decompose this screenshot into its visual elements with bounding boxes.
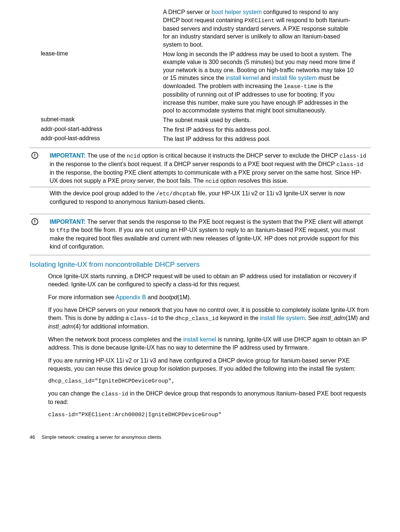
important-icon bbox=[30, 218, 50, 251]
important-label: IMPORTANT: bbox=[50, 152, 86, 159]
link-install-file-system[interactable]: install file system bbox=[260, 315, 305, 321]
code-pxeclient: PXEClient bbox=[244, 18, 274, 24]
svg-rect-4 bbox=[34, 220, 35, 222]
paragraph: With the device pool group added to the … bbox=[30, 187, 370, 210]
important-icon bbox=[30, 152, 50, 185]
important-callout: IMPORTANT: The use of the ncid option is… bbox=[30, 148, 370, 186]
link-boot-helper[interactable]: boot helper system bbox=[211, 9, 261, 15]
svg-rect-1 bbox=[34, 154, 35, 156]
paragraph: you can change the class-id in the DHCP … bbox=[48, 390, 370, 406]
important-text: IMPORTANT: The use of the ncid option is… bbox=[50, 152, 370, 185]
code-block: dhcp_class_id="IgniteDHCPDeviceGroup", bbox=[48, 377, 370, 385]
link-install-kernel[interactable]: install kernel bbox=[183, 336, 216, 343]
definition-row: addr-pool-start-address The first IP add… bbox=[30, 125, 370, 135]
definition-desc: The last IP address for this address poo… bbox=[163, 134, 370, 144]
link-install-kernel[interactable]: install kernel bbox=[226, 75, 259, 81]
link-appendix-b[interactable]: Appendix B bbox=[116, 294, 146, 300]
definition-term: addr-pool-start-address bbox=[30, 125, 163, 135]
section-heading: Isolating Ignite-UX from noncontrollable… bbox=[30, 260, 370, 269]
definition-row: addr-pool-last-address The last IP addre… bbox=[30, 134, 370, 144]
paragraph: When the network boot process completes … bbox=[48, 336, 370, 352]
important-label: IMPORTANT: bbox=[50, 219, 86, 225]
code-block: class-id="PXEClient:Arch00002|IgniteDHCP… bbox=[48, 411, 370, 419]
definition-term: subnet-mask bbox=[30, 115, 163, 125]
definition-list: A DHCP server or boot helper system conf… bbox=[30, 7, 370, 144]
paragraph: For more information see Appendix B and … bbox=[48, 293, 370, 302]
body-text: Once Ignite-UX starts running, a DHCP re… bbox=[30, 272, 370, 419]
definition-desc: The subnet mask used by clients. bbox=[163, 115, 370, 125]
important-callout: IMPORTANT: The server that sends the res… bbox=[30, 214, 370, 255]
definition-term: addr-pool-last-address bbox=[30, 134, 163, 144]
paragraph: If you are running HP-UX 11i v2 or 11i v… bbox=[48, 357, 370, 373]
definition-term: lease-time bbox=[30, 50, 163, 115]
page-footer: 46Simple network: creating a server for … bbox=[30, 423, 370, 440]
link-install-file-system[interactable]: install file system bbox=[272, 75, 317, 81]
definition-term-empty bbox=[30, 7, 163, 50]
definition-desc: How long in seconds the IP address may b… bbox=[163, 50, 370, 115]
paragraph: Once Ignite-UX starts running, a DHCP re… bbox=[48, 272, 370, 289]
important-text: IMPORTANT: The server that sends the res… bbox=[50, 218, 370, 251]
svg-rect-5 bbox=[34, 223, 35, 223]
code-lease-time: lease-time bbox=[284, 84, 317, 90]
definition-row: A DHCP server or boot helper system conf… bbox=[30, 7, 370, 50]
definition-row: lease-time How long in seconds the IP ad… bbox=[30, 50, 370, 115]
definition-row: subnet-mask The subnet mask used by clie… bbox=[30, 115, 370, 125]
definition-desc: A DHCP server or boot helper system conf… bbox=[163, 7, 370, 50]
paragraph: If you have DHCP servers on your network… bbox=[48, 306, 370, 331]
svg-rect-2 bbox=[34, 156, 35, 157]
definition-desc: The first IP address for this address po… bbox=[163, 125, 370, 135]
page-number: 46 bbox=[30, 434, 35, 440]
footer-title: Simple network: creating a server for an… bbox=[41, 434, 161, 440]
